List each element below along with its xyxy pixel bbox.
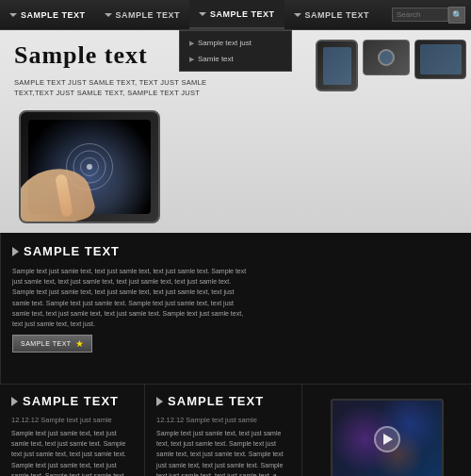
nav-arrow-3 [199, 12, 206, 16]
navbar: SAMPLE TEXT SAMPLE TEXT SAMPLE TEXT SAMP… [0, 0, 471, 30]
nav-arrow-1 [9, 13, 17, 17]
nav-search: 🔍 [392, 0, 471, 29]
bottom-title-1: SAMPLE TEXT [11, 394, 133, 408]
tablet-small-screen [420, 44, 462, 74]
bottom-arrow-1-icon [11, 397, 18, 406]
nav-label-3: SAMPLE TEXT [210, 9, 275, 19]
play-triangle-icon [383, 434, 393, 445]
nav-label-4: SAMPLE TEXT [305, 10, 370, 20]
search-input[interactable] [392, 8, 448, 22]
search-button[interactable]: 🔍 [448, 7, 465, 24]
star-button[interactable]: SAMPLE TEXT ★ [12, 335, 92, 353]
section-arrow-icon [12, 247, 19, 256]
monitor-assembly [331, 399, 444, 476]
touch-center [87, 164, 92, 170]
bottom-date-2: 12.12.12 Sample text just samle [156, 416, 290, 424]
nav-item-4[interactable]: SAMPLE TEXT [284, 0, 380, 29]
nav-item-1[interactable]: SAMPLE TEXT [0, 0, 95, 29]
play-button[interactable] [374, 426, 400, 452]
nav-item-2[interactable]: SAMPLE TEXT [95, 0, 190, 29]
dropdown-item-2[interactable]: Samle text [180, 51, 291, 67]
content-right-title: SAMPLE TEXT [12, 244, 248, 258]
tablet-device [19, 110, 160, 223]
nav-item-3[interactable]: SAMPLE TEXT [189, 0, 284, 29]
bottom-arrow-2-icon [156, 397, 163, 406]
phone-screen [323, 47, 351, 85]
dropdown-item-1[interactable]: Sample text just [180, 35, 291, 51]
bottom-col-3 [302, 385, 471, 476]
bottom-body-2: Sample text just samle text, text just s… [156, 428, 290, 476]
content-section: SAMPLE TEXT Sample text just samle text,… [0, 233, 471, 384]
bottom-title-2: SAMPLE TEXT [156, 394, 290, 408]
nav-arrow-2 [105, 13, 112, 17]
hero-subtitle: SAMPLE TEXT JUST SAMLE TEXT, TEXT JUST S… [14, 77, 245, 99]
monitor [331, 399, 444, 476]
nav-arrow-4 [294, 13, 301, 17]
content-right-body: Sample text just samle text, text just s… [12, 266, 248, 329]
nav-label-1: SAMPLE TEXT [21, 10, 86, 20]
bottom-body-1: Sample text just samle text, text just s… [11, 428, 133, 476]
bottom-col-2: SAMPLE TEXT 12.12.12 Sample text just sa… [145, 385, 302, 476]
content-left-placeholder [259, 233, 471, 384]
bottom-date-1: 12.12.12 Sample text just samle [11, 416, 133, 424]
hero-devices [316, 40, 466, 91]
bottom-section: SAMPLE TEXT 12.12.12 Sample text just sa… [0, 384, 471, 476]
monitor-container [314, 394, 460, 476]
content-right: SAMPLE TEXT Sample text just samle text,… [0, 233, 259, 384]
camera-device [363, 40, 410, 75]
phone-device [316, 40, 358, 91]
nav-label-2: SAMPLE TEXT [116, 10, 181, 20]
nav-dropdown: Sample text just Samle text [179, 30, 292, 72]
tablet-small-device [414, 40, 466, 79]
star-icon: ★ [75, 338, 85, 349]
bottom-col-1: SAMPLE TEXT 12.12.12 Sample text just sa… [0, 385, 145, 476]
camera-lens [378, 49, 395, 66]
